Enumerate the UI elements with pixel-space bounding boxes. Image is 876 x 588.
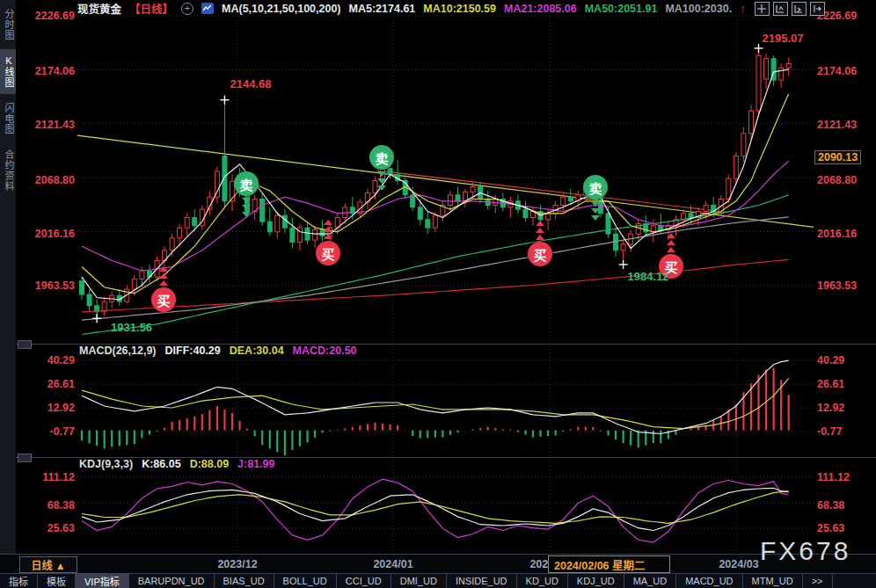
arrow-up-icon: [536, 221, 544, 226]
indicator-tab-INSIDE_UD[interactable]: INSIDE_UD: [447, 574, 517, 588]
arrow-down-icon: [242, 212, 251, 217]
main-legend: 现货黄金【日线】+MA(5,10,21,50,100,200)MA5:2174.…: [77, 1, 745, 16]
legend-part: ↑: [740, 3, 745, 15]
arrow-up-icon: [667, 240, 675, 245]
buy-signal-arrows: [324, 220, 332, 239]
indicator-tab-MA_UD[interactable]: MA_UD: [624, 574, 677, 588]
arrow-up-icon: [667, 233, 675, 238]
arrow-up-icon: [159, 266, 168, 272]
arrow-down-icon: [591, 215, 600, 221]
buy-signal-arrows: [536, 221, 544, 240]
legend-part: D:88.09: [190, 458, 229, 470]
time-axis-month-label: 2024/01: [373, 558, 412, 570]
panel-resize-handle[interactable]: [18, 454, 32, 462]
indicator-tab-KDJ_UD[interactable]: KDJ_UD: [568, 574, 624, 588]
arrow-down-icon: [591, 201, 600, 207]
arrow-down-icon: [242, 205, 251, 210]
arrow-up-icon: [536, 228, 544, 233]
sell-signal-badge: 卖: [369, 145, 394, 170]
legend-part: MA(5,10,21,50,100,200): [222, 3, 341, 15]
kdj-legend: KDJ(9,3,3)K:86.05D:88.09J:81.99: [79, 458, 275, 470]
arrow-up-icon: [324, 234, 332, 239]
indicator-tab-CCI_UD[interactable]: CCI_UD: [337, 574, 391, 588]
sidebar-tab-闪电图[interactable]: 闪电图: [0, 97, 16, 141]
arrow-down-icon: [377, 185, 386, 191]
legend-part: MA100:2030.: [665, 3, 732, 15]
arrow-up-icon: [324, 227, 332, 232]
legend-part: MA5:2174.61: [349, 3, 416, 15]
arrow-down-icon: [377, 178, 386, 184]
indicator-toolbar: 指标模板VIP指标BARUPDN_UDBIAS_UDBOLL_UDCCI_UDD…: [0, 573, 876, 588]
legend-part: MA10:2150.59: [423, 3, 496, 15]
sell-signal-badge: 卖: [583, 175, 608, 200]
indicator-tab->>[interactable]: >>: [803, 574, 833, 588]
chart-style-icon[interactable]: [201, 3, 214, 14]
chart-canvas[interactable]: [0, 0, 876, 554]
time-axis-month-label: 2024/03: [719, 558, 758, 570]
buy-signal-arrows: [667, 233, 675, 252]
indicator-tab-模板[interactable]: 模板: [38, 574, 76, 588]
indicator-tab-MACD_UD[interactable]: MACD_UD: [676, 574, 742, 588]
legend-part: DEA:30.04: [230, 345, 284, 357]
buy-signal-arrows: [159, 266, 168, 286]
chart-svg[interactable]: [0, 0, 876, 554]
indicator-tab-指标[interactable]: 指标: [0, 574, 38, 588]
arrow-up-icon: [159, 273, 168, 279]
indicator-tab-VIP指标[interactable]: VIP指标: [76, 574, 129, 588]
arrow-down-icon: [591, 208, 600, 214]
indicator-tab-DMI_UD[interactable]: DMI_UD: [391, 574, 447, 588]
indicator-tab-BIAS_UD[interactable]: BIAS_UD: [215, 574, 274, 588]
legend-part: DIFF:40.29: [165, 345, 221, 357]
legend-part: KDJ(9,3,3): [79, 458, 133, 470]
swing-price-label: 1984.12: [628, 270, 669, 283]
legend-part: MACD:20.50: [293, 345, 357, 357]
trading-app-window: 分时图K线图闪电图合约资料 现货黄金【日线】+MA(5,10,21,50,100…: [0, 0, 876, 588]
sell-signal-arrows: [591, 201, 600, 221]
legend-part: J:81.99: [237, 458, 274, 470]
legend-part: 现货黄金: [77, 0, 121, 17]
time-axis: 日线 ▲ 2024/02/06 星期二 2023/122024/012024/0…: [0, 554, 876, 573]
swing-price-label: 1931.56: [111, 321, 152, 334]
sidebar-tab-分时图[interactable]: 分时图: [0, 3, 16, 47]
swing-price-label: 2144.68: [230, 77, 271, 91]
buy-signal-badge: 买: [151, 287, 176, 312]
swing-price-label: 2195.07: [763, 32, 804, 45]
crosshair-date-tooltip: 2024/02/06 星期二: [548, 555, 670, 573]
chart-toolbar-icons: [755, 2, 825, 16]
arrow-up-icon: [667, 247, 675, 252]
legend-part: 【日线】: [129, 0, 173, 17]
buy-signal-badge: 买: [528, 242, 552, 266]
legend-part: MA21:2085.06: [504, 3, 577, 15]
arrow-down-icon: [377, 171, 386, 177]
crosshair-icon[interactable]: [755, 2, 770, 16]
expand-circle-icon[interactable]: +: [181, 3, 193, 15]
panel-resize-handle[interactable]: [18, 340, 32, 349]
arrow-up-icon: [536, 235, 544, 240]
indicator-tab-MTM_UD[interactable]: MTM_UD: [743, 574, 803, 588]
pan-right-icon[interactable]: [810, 2, 825, 16]
indicator-tab-KD_UD[interactable]: KD_UD: [517, 574, 568, 588]
sell-signal-badge: 卖: [234, 171, 259, 196]
fit-axis-icon[interactable]: [773, 2, 788, 16]
sidebar-tab-合约资料[interactable]: 合约资料: [0, 143, 16, 198]
sell-signal-arrows: [242, 198, 251, 217]
legend-part: K:86.05: [142, 458, 180, 470]
sell-signal-arrows: [377, 171, 386, 191]
period-selector[interactable]: 日线 ▲: [19, 556, 77, 573]
legend-part: MACD(26,12,9): [79, 345, 157, 357]
legend-part: MA50:2051.91: [585, 3, 658, 15]
indicator-tab-BOLL_UD[interactable]: BOLL_UD: [274, 574, 337, 588]
indicator-tab-BARUPDN_UD[interactable]: BARUPDN_UD: [129, 574, 215, 588]
arrow-up-icon: [324, 220, 332, 225]
scale-axis-icon[interactable]: [792, 2, 807, 16]
sidebar-tab-K线图[interactable]: K线图: [0, 49, 16, 94]
fx678-watermark: FX678: [760, 536, 850, 566]
chart-type-sidebar: 分时图K线图闪电图合约资料: [0, 0, 16, 554]
time-axis-month-label: 2023/12: [217, 558, 257, 570]
arrow-up-icon: [159, 280, 168, 286]
macd-legend: MACD(26,12,9)DIFF:40.29DEA:30.04MACD:20.…: [79, 345, 357, 357]
buy-signal-badge: 买: [316, 241, 340, 265]
arrow-down-icon: [242, 198, 251, 203]
